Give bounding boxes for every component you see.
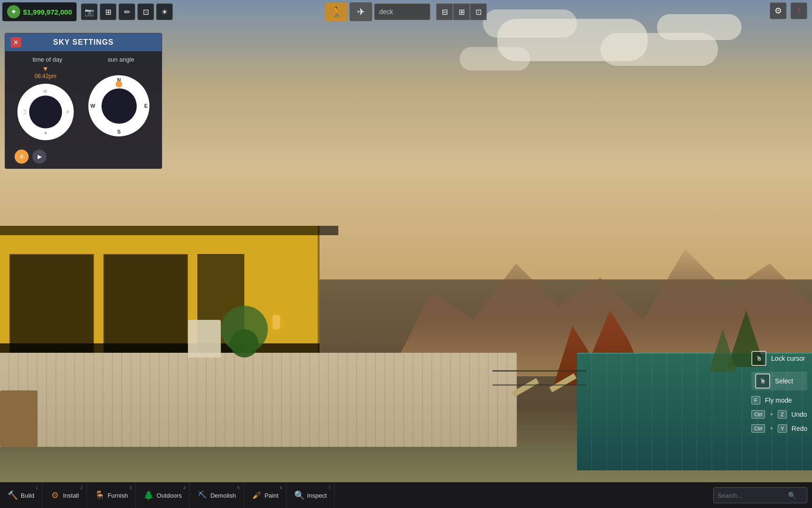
furnish-icon: 🪑 [94, 490, 105, 500]
sky-settings-body: time of day sun angle 06:42pm ▼ ☀ ✦ ☽ ☀ [5, 51, 162, 168]
pause-btn[interactable]: ⏸ [15, 150, 29, 164]
compass-s: S [117, 129, 121, 135]
walk-mode-btn[interactable]: 🚶 [325, 2, 348, 21]
cloud-4 [460, 47, 530, 71]
view-toggles: ⊟ ⊞ ⊡ [436, 3, 487, 20]
demolish-number: 5 [237, 485, 240, 490]
top-right-buttons: ⚙ ! [770, 2, 807, 19]
top-toolbar: ✦ $1,999,972,000 📷 ⊞ ✏ ⊡ ☀ 🚶 ✈ deck ⊟ ⊞ … [0, 0, 812, 24]
location-search: deck [374, 3, 430, 20]
furnish-label: Furnish [108, 492, 128, 499]
build-label: Build [21, 492, 34, 499]
tool-install[interactable]: ⚙ Install 2 [42, 483, 87, 508]
time-dial[interactable]: ☀ ✦ ☽ ☀ [17, 84, 74, 140]
hud-select[interactable]: 🖱 Select [751, 372, 807, 390]
plant-dark [230, 329, 258, 357]
tool-demolish[interactable]: ⛏ Demolish 5 [190, 483, 244, 508]
redo-y-key: Y [778, 424, 787, 433]
time-display-wrap: 06:42pm ▼ [34, 71, 56, 80]
search-input[interactable] [718, 492, 788, 499]
hud-redo: Ctrl + Y Redo [751, 424, 807, 433]
chair-left [0, 390, 38, 447]
glass-door-2 [103, 254, 188, 357]
sun-position-dot [116, 81, 122, 87]
star-icon-right: ☀ [65, 109, 70, 115]
build-number: 1 [36, 485, 38, 490]
undo-label: Undo [791, 411, 807, 418]
sky-settings-panel: ✕ SKY SETTINGS time of day sun angle 06:… [5, 33, 162, 169]
fly-mode-btn[interactable]: ✈ [350, 2, 372, 21]
view-split-btn[interactable]: ⊞ [453, 3, 470, 20]
outdoors-number: 4 [183, 485, 186, 490]
sun-icon-top: ☀ [42, 87, 48, 95]
select-cursor-icon: 🖱 [755, 373, 770, 389]
chair [188, 320, 221, 357]
undo-z-key: Z [778, 410, 787, 419]
money-icon: ✦ [7, 5, 20, 18]
layers-btn[interactable]: ⊡ [137, 3, 154, 20]
money-display: ✦ $1,999,972,000 [2, 2, 77, 21]
outdoors-label: Outdoors [156, 492, 181, 499]
sky-controls: 06:42pm ▼ ☀ ✦ ☽ ☀ N S E W [10, 67, 157, 145]
sun-icon-bottom: ✦ [43, 130, 48, 136]
playback-controls: ⏸ ▶ [15, 150, 157, 164]
furnish-number: 3 [129, 485, 132, 490]
outdoors-icon: 🌲 [143, 490, 154, 500]
install-number: 2 [80, 485, 83, 490]
inspect-label: Inspect [307, 492, 327, 499]
sky-settings-close[interactable]: ✕ [11, 37, 21, 48]
lock-cursor-icon: 🖱 [751, 351, 766, 366]
bottom-toolbar: 🔨 Build 1 ⚙ Install 2 🪑 Furnish 3 🌲 Outd… [0, 482, 812, 508]
time-dial-container: 06:42pm ▼ ☀ ✦ ☽ ☀ [17, 71, 74, 140]
compass-w: W [90, 103, 95, 109]
hud-undo: Ctrl + Z Undo [751, 410, 807, 419]
install-icon: ⚙ [50, 490, 60, 500]
time-label: 06:42pm [34, 73, 56, 79]
grid-view-btn[interactable]: ⊞ [100, 3, 117, 20]
hud-lock-cursor: 🖱 Lock cursor [751, 351, 807, 366]
redo-label: Redo [792, 425, 807, 432]
sun-btn[interactable]: ☀ [156, 3, 173, 20]
paint-number: 6 [280, 485, 282, 490]
select-label: Select [775, 377, 793, 385]
lock-cursor-label: Lock cursor [771, 355, 805, 362]
deck-pattern [0, 353, 517, 447]
alert-btn[interactable]: ! [790, 2, 807, 19]
demolish-icon: ⛏ [197, 490, 208, 500]
demolish-label: Demolish [211, 492, 236, 499]
play-forward-btn[interactable]: ▶ [32, 150, 47, 164]
tool-inspect[interactable]: 🔍 Inspect 7 [287, 483, 335, 508]
tool-build[interactable]: 🔨 Build 1 [0, 483, 42, 508]
tool-paint[interactable]: 🖌 Paint 6 [244, 483, 287, 508]
time-dial-inner [29, 95, 62, 128]
pencil-btn[interactable]: ✏ [118, 3, 135, 20]
wall-light [273, 315, 280, 329]
tool-furnish[interactable]: 🪑 Furnish 3 [87, 483, 136, 508]
handrail [492, 370, 586, 372]
time-of-day-label: time of day [32, 56, 62, 63]
view-grid-btn[interactable]: ⊡ [470, 3, 487, 20]
install-label: Install [63, 492, 79, 499]
deck-floor [0, 353, 517, 447]
sky-settings-title: SKY SETTINGS [53, 38, 114, 47]
sky-labels: time of day sun angle [10, 56, 157, 63]
camera-btn[interactable]: 📷 [81, 3, 98, 20]
redo-ctrl-key: Ctrl [751, 424, 765, 433]
camera-tools: 📷 ⊞ ✏ ⊡ ☀ [81, 3, 173, 20]
tool-outdoors[interactable]: 🌲 Outdoors 4 [136, 483, 189, 508]
inspect-icon: 🔍 [294, 490, 304, 500]
money-amount: $1,999,972,000 [23, 8, 72, 16]
build-icon: 🔨 [8, 490, 18, 500]
compass-dial[interactable]: N S E W [88, 75, 149, 136]
paint-label: Paint [265, 492, 279, 499]
bottom-search[interactable]: 🔍 [713, 487, 807, 503]
center-nav: 🚶 ✈ deck ⊟ ⊞ ⊡ [325, 2, 487, 21]
inspect-number: 7 [328, 485, 330, 490]
settings-btn[interactable]: ⚙ [770, 2, 787, 19]
fly-mode-label: Fly mode [765, 397, 792, 404]
view-2d-btn[interactable]: ⊟ [436, 3, 453, 20]
compass-inner [102, 88, 137, 124]
search-icon: 🔍 [788, 492, 796, 499]
hud-fly-mode: F Fly mode [751, 396, 807, 405]
time-arrow: ▼ [42, 65, 49, 72]
